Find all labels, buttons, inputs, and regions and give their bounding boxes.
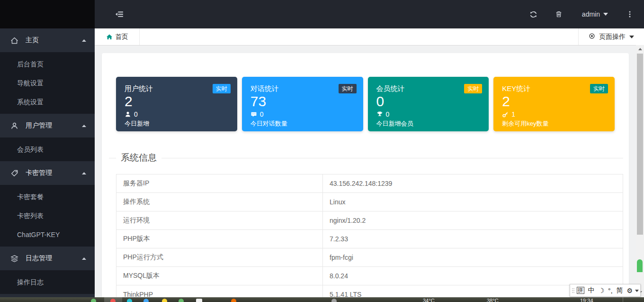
- vertical-scrollbar[interactable]: [636, 45, 644, 297]
- sidebar-sub-item[interactable]: 卡密套餐: [0, 187, 95, 206]
- table-row: 服务器IP43.156.242.148:1239: [116, 174, 623, 193]
- ime-toolbar[interactable]: 拼中☽°,简⚙: [570, 284, 641, 297]
- stat-card-value: 2: [125, 93, 229, 109]
- user-icon: [10, 122, 18, 130]
- ime-punctuation-icon[interactable]: °,: [606, 287, 615, 294]
- stat-card-value: 2: [502, 93, 606, 109]
- taskbar-app-icon[interactable]: [179, 299, 184, 302]
- chevron-up-icon: [82, 172, 86, 174]
- tab-home[interactable]: 首页: [95, 28, 140, 45]
- chevron-down-icon: [629, 36, 634, 38]
- sidebar-parent-label: 卡密管理: [26, 169, 82, 177]
- ime-chinese-mode[interactable]: 中: [586, 286, 597, 295]
- realtime-badge: 实时: [590, 84, 608, 93]
- target-icon: [589, 33, 595, 41]
- main-content: 用户统计实时20今日新增对话统计实时730今日对话数量会员统计实时00今日新增会…: [95, 46, 636, 297]
- tab-home-label: 首页: [116, 33, 128, 41]
- table-row: MYSQL版本8.0.24: [116, 267, 623, 285]
- sidebar-parent-item[interactable]: 用户管理: [0, 114, 95, 137]
- info-key: PHP版本: [116, 230, 323, 248]
- scrollbar-thumb[interactable]: [637, 54, 643, 235]
- realtime-badge: 实时: [464, 84, 482, 93]
- key-icon: [502, 111, 509, 118]
- page-actions-dropdown[interactable]: 页面操作: [578, 28, 644, 45]
- info-value: 7.2.33: [323, 230, 623, 248]
- username: admin: [582, 10, 600, 18]
- chevron-up-icon: [82, 125, 86, 127]
- taskbar-temperature: 34°C: [423, 298, 435, 302]
- sidebar-parent-label: 日志管理: [26, 254, 82, 263]
- taskbar-app-icon[interactable]: [231, 299, 236, 302]
- layers-icon: [10, 255, 18, 263]
- scroll-up-arrow-icon[interactable]: [636, 45, 644, 53]
- info-value: fpm-fcgi: [323, 248, 623, 267]
- stat-card: KEY统计实时21剩余可用key数量: [493, 77, 615, 131]
- home-icon: [10, 37, 18, 45]
- info-key: 运行环境: [116, 211, 323, 230]
- sidebar-parent-item[interactable]: 主页: [0, 28, 95, 52]
- stat-card-label: 今日新增会员: [376, 119, 481, 128]
- sidebar-parent-item[interactable]: 卡密管理: [0, 161, 95, 185]
- refresh-icon[interactable]: [529, 10, 537, 18]
- realtime-badge: 实时: [339, 84, 357, 93]
- sidebar-sub-item[interactable]: ChatGPT-KEY: [0, 225, 95, 244]
- logo-area: [0, 0, 95, 28]
- stat-card-subvalue: 0: [260, 110, 264, 118]
- stat-card: 用户统计实时20今日新增: [116, 77, 237, 131]
- sidebar-sub-item[interactable]: 卡密列表: [0, 206, 95, 225]
- more-options-icon[interactable]: [626, 10, 634, 18]
- stat-cards-row: 用户统计实时20今日新增对话统计实时730今日对话数量会员统计实时00今日新增会…: [116, 77, 615, 131]
- ime-simplified-mode[interactable]: 简: [615, 286, 625, 295]
- stat-card-label: 今日新增: [125, 119, 229, 128]
- windows-taskbar[interactable]: 34°C 38°C 19:34: [0, 297, 644, 302]
- sidebar-parent-item[interactable]: 日志管理: [0, 247, 95, 270]
- info-key: MYSQL版本: [116, 267, 323, 285]
- clear-cache-trash-icon[interactable]: [555, 10, 563, 18]
- user-dropdown[interactable]: admin: [582, 10, 608, 18]
- taskbar-app-icon[interactable]: [196, 299, 202, 302]
- taskbar-app-icon[interactable]: [127, 299, 132, 302]
- sidebar-sub-item[interactable]: 导航设置: [0, 73, 95, 92]
- taskbar-app-icon[interactable]: [331, 299, 337, 302]
- table-row: PHP版本7.2.33: [116, 230, 623, 248]
- ime-fullwidth-icon[interactable]: ☽: [597, 287, 607, 294]
- tag-icon: [10, 169, 18, 177]
- ime-chevron-down-icon[interactable]: [635, 290, 639, 292]
- stat-card-value: 0: [376, 93, 481, 109]
- info-key: PHP运行方式: [116, 248, 323, 267]
- sidebar-sub-item[interactable]: 会员列表: [0, 140, 95, 159]
- chevron-down-icon: [603, 13, 608, 16]
- sidebar-submenu: 会员列表: [0, 137, 95, 161]
- sidebar-submenu: 卡密套餐卡密列表ChatGPT-KEY: [0, 185, 95, 247]
- taskbar-app-icon[interactable]: [143, 299, 149, 302]
- person-solid-icon: [125, 111, 131, 118]
- chevron-up-icon: [82, 257, 86, 260]
- info-value: Linux: [323, 193, 623, 211]
- taskbar-temperature: 38°C: [487, 298, 499, 302]
- stat-card-subvalue: 1: [511, 110, 515, 118]
- stat-card-label: 剩余可用key数量: [502, 119, 606, 128]
- info-value: 43.156.242.148:1239: [323, 174, 623, 193]
- scroll-indicator: [637, 259, 643, 288]
- system-info-fieldset: 系统信息: [109, 158, 623, 158]
- taskbar-clock: 19:34: [580, 298, 593, 302]
- taskbar-app-icon[interactable]: [162, 299, 167, 302]
- table-row: 运行环境nginx/1.20.2: [116, 211, 623, 230]
- topbar-actions: admin: [512, 10, 634, 18]
- sidebar: 主页后台首页导航设置系统设置用户管理会员列表卡密管理卡密套餐卡密列表ChatGP…: [0, 28, 95, 297]
- sidebar-sub-item[interactable]: 系统设置: [0, 92, 95, 111]
- taskbar-app-icon[interactable]: [110, 299, 116, 302]
- sidebar-sub-item[interactable]: 后台首页: [0, 55, 95, 73]
- taskbar-app-icon[interactable]: [91, 299, 96, 302]
- home-icon: [106, 34, 113, 40]
- sidebar-parent-label: 用户管理: [26, 121, 82, 130]
- table-row: 操作系统Linux: [116, 193, 623, 211]
- trophy-icon: [376, 111, 383, 118]
- top-navbar: admin: [95, 0, 644, 28]
- sidebar-sub-item[interactable]: 操作日志: [0, 273, 95, 292]
- ime-drag-handle-icon[interactable]: [572, 286, 575, 295]
- section-title: 系统信息: [116, 152, 161, 164]
- ime-settings-gear-icon[interactable]: ⚙: [625, 287, 635, 294]
- sidebar-fold-icon[interactable]: [115, 10, 124, 18]
- ime-pinyin-mode[interactable]: 拼: [577, 287, 584, 294]
